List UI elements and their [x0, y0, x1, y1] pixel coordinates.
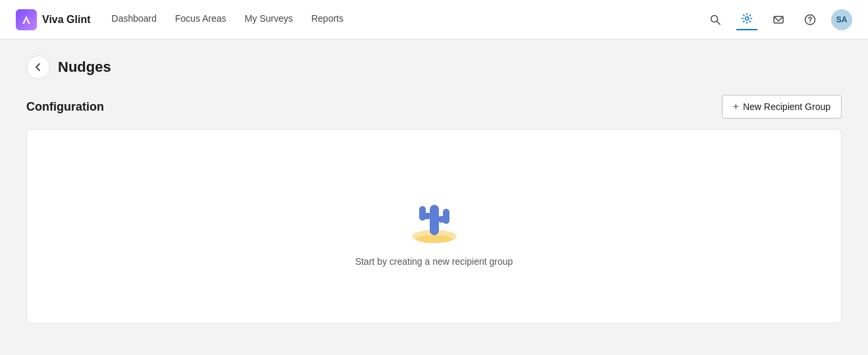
nav-links: Dashboard Focus Areas My Surveys Reports	[112, 13, 344, 26]
new-recipient-group-label: New Recipient Group	[743, 101, 830, 112]
help-icon	[804, 14, 816, 26]
svg-rect-12	[419, 206, 426, 221]
search-button[interactable]	[705, 9, 726, 30]
svg-line-3	[717, 21, 721, 24]
nav-focus-areas[interactable]: Focus Areas	[175, 13, 226, 26]
svg-rect-14	[443, 209, 449, 224]
config-header: Configuration + New Recipient Group	[26, 95, 842, 119]
svg-point-7	[809, 22, 811, 23]
configuration-title: Configuration	[26, 100, 104, 114]
logo-area: Viva Glint	[16, 9, 91, 30]
empty-state-card: Start by creating a new recipient group	[26, 129, 842, 323]
navbar: Viva Glint Dashboard Focus Areas My Surv…	[0, 0, 868, 40]
viva-glint-logo-icon	[16, 9, 37, 30]
nav-my-surveys[interactable]: My Surveys	[245, 13, 293, 26]
new-recipient-group-button[interactable]: + New Recipient Group	[722, 95, 842, 119]
back-button[interactable]	[26, 55, 50, 79]
nav-reports[interactable]: Reports	[311, 13, 344, 26]
navbar-left: Viva Glint Dashboard Focus Areas My Surv…	[16, 9, 344, 30]
svg-point-9	[416, 235, 453, 243]
svg-rect-10	[430, 205, 439, 235]
notifications-button[interactable]	[768, 9, 789, 30]
back-arrow-icon	[33, 62, 43, 72]
cactus-illustration	[405, 186, 464, 246]
svg-rect-0	[16, 9, 37, 30]
page-title: Nudges	[58, 59, 111, 76]
svg-point-4	[746, 16, 749, 20]
plus-icon: +	[733, 101, 739, 113]
help-button[interactable]	[800, 9, 821, 30]
main-content: Nudges Configuration + New Recipient Gro…	[0, 40, 868, 355]
page-header: Nudges	[26, 55, 842, 79]
settings-icon	[741, 13, 753, 24]
mail-icon	[773, 14, 784, 26]
empty-state-text: Start by creating a new recipient group	[355, 256, 513, 267]
configuration-section: Configuration + New Recipient Group	[26, 95, 842, 323]
nav-dashboard[interactable]: Dashboard	[112, 13, 157, 26]
settings-button[interactable]	[736, 9, 757, 30]
navbar-right: SA	[705, 9, 852, 30]
app-name: Viva Glint	[42, 14, 91, 26]
search-icon	[709, 14, 721, 26]
avatar[interactable]: SA	[831, 9, 852, 30]
